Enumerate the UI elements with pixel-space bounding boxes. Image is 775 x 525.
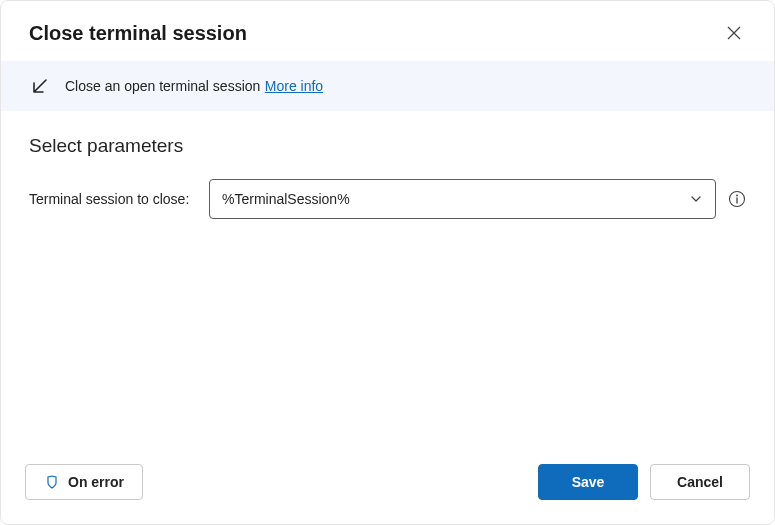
- terminal-session-row: Terminal session to close: %TerminalSess…: [29, 179, 746, 219]
- cancel-label: Cancel: [677, 474, 723, 490]
- shield-icon: [44, 474, 60, 490]
- info-icon: [728, 190, 746, 208]
- dialog-header: Close terminal session: [1, 1, 774, 61]
- close-button[interactable]: [722, 21, 746, 45]
- chevron-down-icon: [689, 192, 703, 206]
- cancel-button[interactable]: Cancel: [650, 464, 750, 500]
- dialog-content: Select parameters Terminal session to cl…: [1, 111, 774, 446]
- section-title: Select parameters: [29, 135, 746, 157]
- info-banner: Close an open terminal session More info: [1, 61, 774, 111]
- svg-point-1: [736, 195, 738, 197]
- dialog-title: Close terminal session: [29, 22, 247, 45]
- more-info-link[interactable]: More info: [265, 78, 323, 94]
- dialog-footer: On error Save Cancel: [1, 446, 774, 524]
- on-error-button[interactable]: On error: [25, 464, 143, 500]
- close-terminal-session-dialog: Close terminal session Close an open ter…: [0, 0, 775, 525]
- arrow-down-left-icon: [29, 75, 51, 97]
- save-label: Save: [572, 474, 605, 490]
- field-info-button[interactable]: [728, 190, 746, 208]
- footer-actions: Save Cancel: [538, 464, 750, 500]
- close-icon: [726, 25, 742, 41]
- terminal-session-label: Terminal session to close:: [29, 191, 197, 207]
- terminal-session-dropdown[interactable]: %TerminalSession%: [209, 179, 716, 219]
- save-button[interactable]: Save: [538, 464, 638, 500]
- dropdown-value: %TerminalSession%: [222, 191, 350, 207]
- banner-description: Close an open terminal session: [65, 78, 260, 94]
- on-error-label: On error: [68, 474, 124, 490]
- banner-text: Close an open terminal session More info: [65, 77, 323, 95]
